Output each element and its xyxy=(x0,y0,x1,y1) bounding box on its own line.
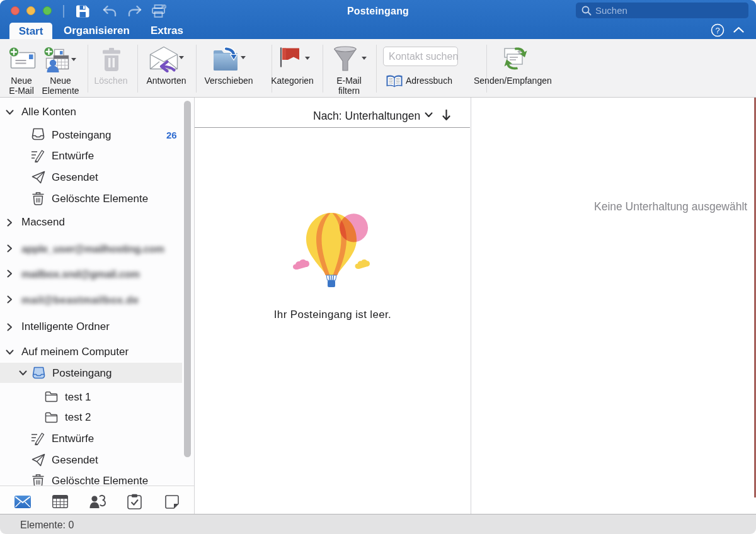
svg-text:?: ? xyxy=(715,26,719,35)
